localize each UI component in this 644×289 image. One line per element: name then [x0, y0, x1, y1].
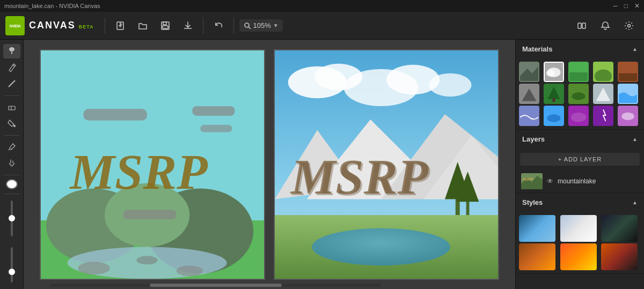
minimize-button[interactable]: ─ [613, 2, 618, 10]
new-file-button[interactable] [111, 16, 130, 35]
mat-mountain[interactable] [519, 84, 539, 104]
add-layer-button[interactable]: + ADD LAYER [520, 153, 640, 166]
maximize-button[interactable]: □ [624, 2, 628, 10]
mat-landscape[interactable] [519, 62, 539, 82]
mat-fog[interactable] [568, 106, 589, 126]
tool-panel [0, 40, 24, 289]
window-controls[interactable]: ─ □ ✕ [613, 2, 640, 10]
svg-point-45 [312, 228, 450, 265]
svg-point-56 [546, 70, 555, 77]
svg-rect-30 [192, 106, 235, 116]
layers-chevron-icon: ▲ [632, 136, 638, 142]
tool-separator-1 [4, 95, 19, 96]
styles-header[interactable]: Styles ▲ [516, 193, 644, 212]
mat-cloud2[interactable] [618, 106, 638, 126]
window-title: mountain_lake.can - NVIDIA Canvas [4, 3, 100, 9]
mat-cloud[interactable] [544, 62, 564, 82]
layers-header[interactable]: Layers ▲ [516, 130, 644, 149]
brush-size-slider[interactable] [11, 201, 13, 236]
toolbar-right [572, 16, 639, 35]
style-item-1[interactable] [519, 215, 555, 242]
color-picker[interactable] [6, 179, 18, 189]
svg-point-80 [621, 113, 634, 120]
pan-tool[interactable] [3, 156, 20, 171]
materials-header[interactable]: Materials ▲ [516, 40, 644, 58]
notification-button[interactable] [596, 16, 615, 35]
svg-text:MSRP: MSRP [69, 143, 208, 199]
svg-rect-14 [11, 51, 12, 54]
zoom-control[interactable]: 105% ▼ [239, 19, 283, 32]
svg-point-69 [572, 92, 585, 100]
scrollbar-thumb[interactable] [150, 284, 282, 287]
sketch-canvas[interactable]: MSRP [40, 49, 265, 280]
separator-3 [233, 18, 234, 34]
canvas-scrollbar[interactable] [50, 284, 381, 287]
mat-tree[interactable] [544, 84, 564, 104]
undo-button[interactable] [209, 16, 228, 35]
svg-point-75 [547, 114, 560, 122]
style-item-5[interactable] [560, 243, 597, 270]
layer-thumbnail: MSRP [521, 173, 543, 189]
styles-section: Styles ▲ [516, 193, 644, 274]
svg-rect-31 [200, 124, 232, 132]
rendered-canvas[interactable]: MSRP MSRP [274, 49, 499, 280]
svg-line-19 [9, 149, 10, 150]
close-button[interactable]: ✕ [634, 2, 640, 10]
mat-water[interactable] [618, 84, 638, 104]
mat-wave[interactable] [519, 106, 539, 126]
svg-point-18 [13, 125, 16, 127]
logo-area: NVIDIA CANVAS BETA [5, 16, 94, 35]
layer-visibility-icon[interactable]: 👁 [547, 177, 553, 185]
export-button[interactable] [178, 16, 197, 35]
save-button[interactable] [156, 16, 175, 35]
line-tool[interactable] [3, 77, 20, 91]
svg-rect-11 [582, 23, 586, 28]
svg-point-12 [628, 24, 631, 27]
app-name: CANVAS [29, 20, 76, 31]
layers-section: Layers ▲ + ADD LAYER MSRP 👁 mountainlake [516, 130, 644, 193]
zoom-arrow-icon: ▼ [273, 23, 279, 28]
svg-rect-7 [163, 26, 168, 28]
svg-point-77 [571, 113, 587, 122]
opacity-thumb[interactable] [9, 269, 15, 275]
svg-text:NVIDIA: NVIDIA [10, 24, 21, 28]
layer-name: mountainlake [558, 177, 596, 185]
svg-rect-67 [552, 98, 555, 102]
fill-tool[interactable] [3, 116, 20, 131]
settings-button[interactable] [619, 16, 639, 35]
layers-label: Layers [522, 135, 545, 143]
svg-point-13 [9, 47, 14, 51]
brush-tool[interactable] [3, 44, 20, 58]
svg-line-15 [9, 80, 15, 87]
svg-rect-6 [163, 22, 166, 25]
svg-rect-58 [569, 72, 588, 81]
pencil-tool[interactable] [3, 61, 20, 75]
mat-lake[interactable] [544, 106, 564, 126]
styles-label: Styles [522, 198, 543, 206]
style-item-6[interactable] [601, 243, 638, 270]
mat-grass[interactable] [568, 62, 589, 82]
mat-island[interactable] [568, 84, 589, 104]
toggle-view-button[interactable] [572, 16, 591, 35]
canvas-area[interactable]: MSRP [24, 40, 515, 289]
slider-thumb[interactable] [9, 215, 15, 221]
style-item-3[interactable] [601, 215, 638, 242]
zoom-level: 105% [253, 21, 271, 29]
style-item-4[interactable] [519, 243, 555, 270]
style-item-2[interactable] [560, 215, 597, 242]
opacity-slider[interactable] [11, 247, 13, 283]
layer-item[interactable]: MSRP 👁 mountainlake [516, 170, 644, 192]
mat-snow[interactable] [593, 84, 613, 104]
titlebar: mountain_lake.can - NVIDIA Canvas ─ □ ✕ [0, 0, 644, 12]
svg-point-27 [177, 265, 203, 276]
mat-storm[interactable] [593, 106, 613, 126]
toolbar: NVIDIA CANVAS BETA [0, 12, 644, 40]
open-file-button[interactable] [133, 16, 152, 35]
svg-text:MSRP: MSRP [523, 177, 534, 181]
mat-hill[interactable] [593, 62, 613, 82]
mat-dirt[interactable] [618, 62, 638, 82]
eyedropper-tool[interactable] [3, 139, 20, 154]
svg-rect-62 [619, 73, 637, 81]
separator-2 [203, 18, 203, 34]
eraser-tool[interactable] [3, 100, 20, 115]
